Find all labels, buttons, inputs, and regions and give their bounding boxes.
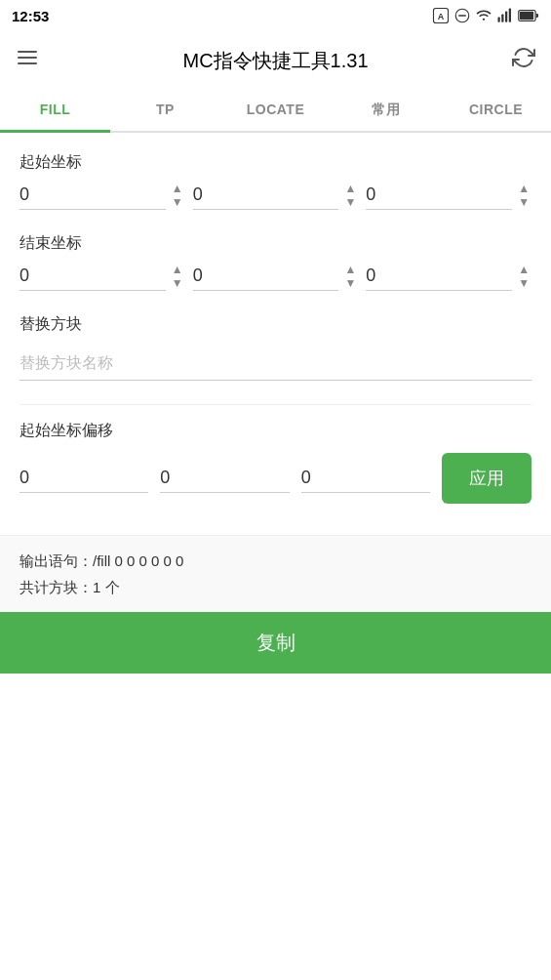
end-y-down[interactable]: ▼ xyxy=(342,276,358,290)
status-time: 12:53 xyxy=(12,8,49,24)
end-z-down[interactable]: ▼ xyxy=(516,276,531,290)
signal-icon xyxy=(496,7,514,24)
offset-z-field xyxy=(301,464,430,493)
start-z-up[interactable]: ▲ xyxy=(516,182,531,195)
start-x-input[interactable] xyxy=(20,181,166,210)
end-y-up[interactable]: ▲ xyxy=(342,263,358,276)
end-z-up[interactable]: ▲ xyxy=(516,263,531,276)
start-y-up[interactable]: ▲ xyxy=(342,182,358,195)
section-divider xyxy=(20,404,531,405)
start-coord-label: 起始坐标 xyxy=(20,152,531,173)
start-x-field: ▲ ▼ xyxy=(20,181,185,210)
tab-bar: FILL TP LOCATE 常用 CIRCLE xyxy=(0,90,551,133)
offset-y-input[interactable] xyxy=(160,464,289,493)
main-content: 起始坐标 ▲ ▼ ▲ ▼ ▲ ▼ 结束坐标 xyxy=(0,133,551,535)
copy-button[interactable]: 复制 xyxy=(0,612,551,674)
offset-row: 应用 xyxy=(20,453,531,504)
end-y-field: ▲ ▼ xyxy=(193,262,359,291)
end-x-up[interactable]: ▲ xyxy=(170,263,185,276)
svg-rect-5 xyxy=(501,15,503,22)
status-icons: A xyxy=(432,7,539,24)
app-bar: MC指令快捷工具1.31 xyxy=(0,31,551,90)
svg-text:A: A xyxy=(438,12,445,21)
svg-rect-4 xyxy=(498,18,500,22)
svg-rect-9 xyxy=(520,12,533,20)
a-icon: A xyxy=(432,7,450,24)
start-z-spinner: ▲ ▼ xyxy=(516,182,531,209)
start-z-input[interactable] xyxy=(366,181,512,210)
output-command-line: 输出语句：/fill 0 0 0 0 0 0 xyxy=(20,548,531,574)
end-y-spinner: ▲ ▼ xyxy=(342,263,358,290)
end-x-field: ▲ ▼ xyxy=(20,262,185,291)
output-label: 输出语句： xyxy=(20,552,93,569)
tab-changyong[interactable]: 常用 xyxy=(331,90,441,131)
svg-rect-6 xyxy=(505,12,507,22)
refresh-button[interactable] xyxy=(512,46,535,75)
menu-button[interactable] xyxy=(16,46,39,75)
start-coord-row: ▲ ▼ ▲ ▼ ▲ ▼ xyxy=(20,181,531,210)
start-y-input[interactable] xyxy=(193,181,339,210)
start-y-spinner: ▲ ▼ xyxy=(342,182,358,209)
svg-rect-7 xyxy=(509,9,511,22)
end-coord-row: ▲ ▼ ▲ ▼ ▲ ▼ xyxy=(20,262,531,291)
battery-icon xyxy=(518,7,539,24)
end-x-spinner: ▲ ▼ xyxy=(170,263,185,290)
end-z-spinner: ▲ ▼ xyxy=(516,263,531,290)
end-z-field: ▲ ▼ xyxy=(366,262,531,291)
wifi-icon xyxy=(475,7,492,24)
app-title: MC指令快捷工具1.31 xyxy=(182,48,368,74)
start-x-up[interactable]: ▲ xyxy=(170,182,185,195)
start-z-down[interactable]: ▼ xyxy=(516,195,531,209)
replace-block-label: 替换方块 xyxy=(20,314,531,335)
end-coord-label: 结束坐标 xyxy=(20,233,531,254)
output-area: 输出语句：/fill 0 0 0 0 0 0 共计方块：1 个 xyxy=(0,535,551,612)
replace-block-input[interactable] xyxy=(20,347,531,381)
count-label: 共计方块： xyxy=(20,579,93,595)
offset-x-field xyxy=(20,464,148,493)
start-x-spinner: ▲ ▼ xyxy=(170,182,185,209)
end-x-input[interactable] xyxy=(20,262,166,291)
start-y-field: ▲ ▼ xyxy=(193,181,359,210)
output-command: /fill 0 0 0 0 0 0 xyxy=(93,552,183,569)
end-z-input[interactable] xyxy=(366,262,512,291)
start-y-down[interactable]: ▼ xyxy=(342,195,358,209)
tab-fill[interactable]: FILL xyxy=(0,90,110,131)
offset-z-input[interactable] xyxy=(301,464,430,493)
status-bar: 12:53 A xyxy=(0,0,551,31)
count-value: 1 个 xyxy=(93,579,120,595)
output-count-line: 共计方块：1 个 xyxy=(20,574,531,600)
tab-circle[interactable]: CIRCLE xyxy=(441,90,551,131)
start-x-down[interactable]: ▼ xyxy=(170,195,185,209)
offset-x-input[interactable] xyxy=(20,464,148,493)
tab-locate[interactable]: LOCATE xyxy=(220,90,331,131)
tab-tp[interactable]: TP xyxy=(110,90,220,131)
apply-button[interactable]: 应用 xyxy=(442,453,531,504)
end-x-down[interactable]: ▼ xyxy=(170,276,185,290)
end-y-input[interactable] xyxy=(193,262,339,291)
dnd-icon xyxy=(453,7,471,24)
offset-label: 起始坐标偏移 xyxy=(20,421,531,441)
start-z-field: ▲ ▼ xyxy=(366,181,531,210)
offset-y-field xyxy=(160,464,289,493)
